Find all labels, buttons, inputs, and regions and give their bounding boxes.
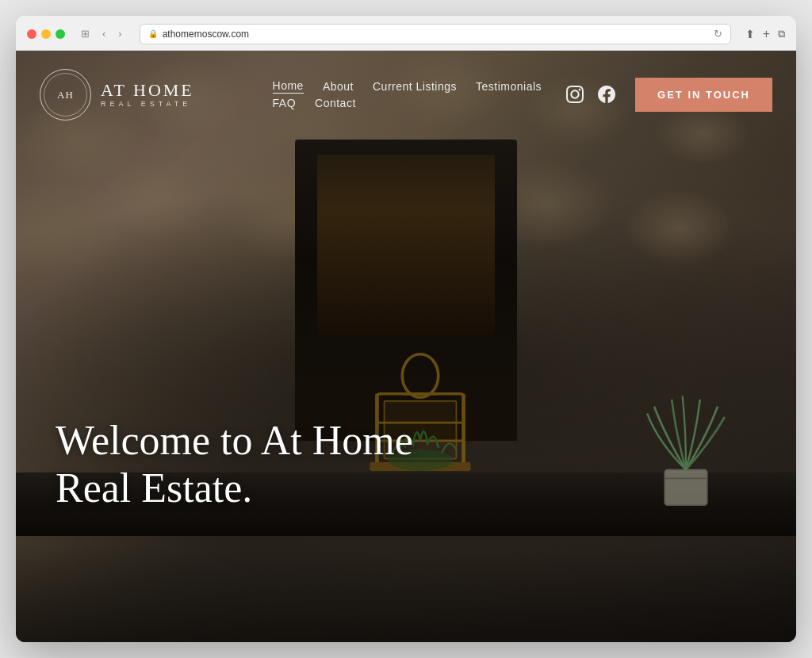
logo-sub-text: REAL ESTATE <box>101 100 194 108</box>
maximize-button[interactable] <box>56 29 65 39</box>
bottom-gradient <box>16 547 796 642</box>
social-icons <box>565 85 616 104</box>
new-tab-icon[interactable]: + <box>763 27 770 41</box>
browser-window: ⊞ ‹ › 🔒 athomemoscow.com ↻ ⬆ + ⧉ <box>16 16 796 642</box>
logo-circle: AH <box>40 69 91 121</box>
logo-main-text: AT HOME <box>101 81 194 100</box>
nav-row-top: Home About Current Listings Testimonials <box>273 79 542 94</box>
browser-controls: ⊞ ‹ › <box>78 26 125 41</box>
svg-point-6 <box>402 354 438 397</box>
nav-testimonials[interactable]: Testimonials <box>476 80 542 93</box>
plant-decoration <box>638 385 733 512</box>
hero-title-line2: Real Estate. <box>56 465 252 511</box>
hero-title: Welcome to At Home Real Estate. <box>56 417 413 512</box>
address-bar[interactable]: 🔒 athomemoscow.com ↻ <box>140 24 731 44</box>
hero-title-line1: Welcome to At Home <box>56 418 413 463</box>
logo-text: AT HOME REAL ESTATE <box>101 81 194 108</box>
traffic-lights <box>27 29 65 39</box>
back-button[interactable]: ‹ <box>99 26 109 41</box>
tab-view-button[interactable]: ⊞ <box>78 26 93 41</box>
logo-area[interactable]: AH AT HOME REAL ESTATE <box>40 69 194 121</box>
tabs-icon[interactable]: ⧉ <box>778 28 785 40</box>
cta-button[interactable]: GET IN TOUCH <box>635 78 772 112</box>
nav-about[interactable]: About <box>323 80 354 93</box>
browser-chrome: ⊞ ‹ › 🔒 athomemoscow.com ↻ ⬆ + ⧉ <box>16 16 796 51</box>
nav-current-listings[interactable]: Current Listings <box>373 80 457 93</box>
logo-circle-inner: AH <box>44 73 87 117</box>
hero-content: Welcome to At Home Real Estate. <box>56 417 413 512</box>
browser-actions: ⬆ + ⧉ <box>745 27 785 41</box>
nav-row-bottom: FAQ Contact <box>273 97 542 109</box>
share-icon[interactable]: ⬆ <box>745 28 755 40</box>
nav-contact[interactable]: Contact <box>315 97 356 109</box>
nav-faq[interactable]: FAQ <box>273 97 297 109</box>
instagram-icon[interactable] <box>565 85 584 104</box>
reload-icon[interactable]: ↻ <box>714 28 722 40</box>
facebook-icon[interactable] <box>597 85 616 104</box>
logo-letters: AH <box>57 90 74 100</box>
nav-home[interactable]: Home <box>273 79 304 94</box>
svg-rect-11 <box>665 470 707 505</box>
forward-button[interactable]: › <box>115 26 124 41</box>
website-content: AH AT HOME REAL ESTATE Home About Curren… <box>16 51 796 642</box>
close-button[interactable] <box>27 29 36 39</box>
minimize-button[interactable] <box>41 29 51 39</box>
url-display: athomemoscow.com <box>163 29 249 40</box>
nav-links: Home About Current Listings Testimonials… <box>273 79 542 109</box>
navbar: AH AT HOME REAL ESTATE Home About Curren… <box>16 51 796 138</box>
lock-icon: 🔒 <box>148 29 158 38</box>
